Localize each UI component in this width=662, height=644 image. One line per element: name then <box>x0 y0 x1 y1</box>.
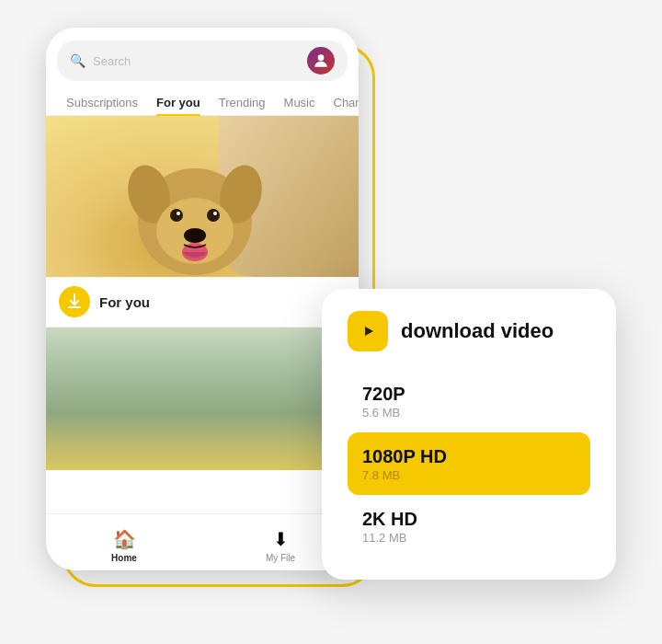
home-label: Home <box>111 553 137 563</box>
tab-trending[interactable]: Trending <box>210 90 275 115</box>
section-title: For you <box>99 294 320 310</box>
search-bar[interactable]: 🔍 Search <box>57 40 348 81</box>
thumbnail-image <box>46 328 359 470</box>
nav-home[interactable]: 🏠 Home <box>46 523 202 563</box>
home-icon: 🏠 <box>113 528 136 550</box>
dog-illustration <box>121 144 268 277</box>
svg-point-0 <box>318 54 325 61</box>
avatar[interactable] <box>307 47 335 75</box>
nav-tabs: Subscriptions For you Trending Music Cha… <box>46 90 359 116</box>
size-720p: 5.6 MB <box>362 406 576 420</box>
option-2k[interactable]: 2K HD 11.2 MB <box>348 495 590 558</box>
option-1080p[interactable]: 1080P HD 7.8 MB <box>348 432 590 495</box>
phone-container: 🔍 Search Subscriptions For you Trending … <box>46 28 359 570</box>
svg-point-6 <box>207 209 220 222</box>
tab-for-you[interactable]: For you <box>147 90 210 115</box>
size-1080p: 7.8 MB <box>362 468 576 482</box>
tab-subscriptions[interactable]: Subscriptions <box>57 90 147 115</box>
svg-point-9 <box>184 228 206 243</box>
tab-music[interactable]: Music <box>275 90 325 115</box>
download-header: download video <box>348 311 590 351</box>
hero-image <box>46 116 359 277</box>
play-icon <box>357 320 379 342</box>
svg-point-8 <box>213 212 217 215</box>
download-title: download video <box>401 319 554 343</box>
myfile-label: My File <box>266 553 295 563</box>
quality-2k: 2K HD <box>362 508 576 530</box>
size-2k: 11.2 MB <box>362 531 576 545</box>
download-panel: download video 720P 5.6 MB 1080P HD 7.8 … <box>322 289 616 580</box>
search-icon: 🔍 <box>70 53 86 68</box>
bottom-nav: 🏠 Home ⬇ My File <box>46 513 359 570</box>
section-row: For you <box>46 277 359 328</box>
search-placeholder: Search <box>93 54 300 68</box>
download-options: 720P 5.6 MB 1080P HD 7.8 MB 2K HD 11.2 M… <box>348 370 590 558</box>
tab-chan[interactable]: Chan <box>325 90 360 115</box>
quality-1080p: 1080P HD <box>362 445 576 467</box>
section-icon <box>59 286 90 317</box>
scene: 🔍 Search Subscriptions For you Trending … <box>46 28 616 616</box>
quality-720p: 720P <box>362 383 576 405</box>
play-icon-container <box>348 311 388 351</box>
option-720p[interactable]: 720P 5.6 MB <box>348 370 590 432</box>
svg-point-7 <box>177 212 180 215</box>
myfile-icon: ⬇ <box>273 528 289 550</box>
svg-point-5 <box>170 209 183 222</box>
penguins-background <box>46 328 359 470</box>
